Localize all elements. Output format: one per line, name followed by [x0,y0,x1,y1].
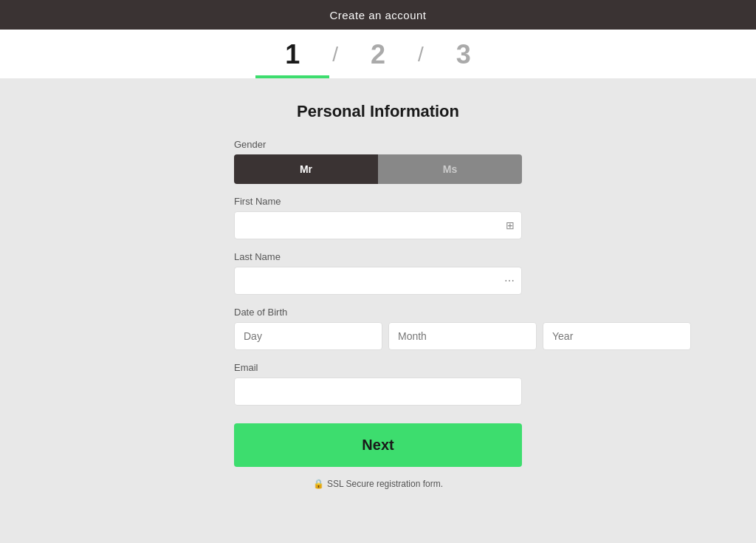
last-name-icon: ⋯ [504,275,515,287]
step-3-wrapper: 3 [427,41,501,78]
first-name-label: First Name [234,196,522,207]
dob-day-input[interactable] [234,322,382,350]
ssl-text-row: 🔒 SSL Secure registration form. [234,479,522,489]
step-1-number: 1 [267,41,317,68]
dob-year-input[interactable] [543,322,691,350]
gender-toggle: Mr Ms [234,154,522,184]
email-input[interactable] [234,378,522,406]
dob-field-group: Date of Birth [234,307,522,350]
step-3-underline [427,75,501,78]
step-2-number: 2 [353,41,403,68]
step-3-number: 3 [439,41,489,68]
section-title: Personal Information [234,102,522,121]
separator-1: / [332,43,338,77]
gender-label: Gender [234,139,522,150]
next-button[interactable]: Next [234,423,522,467]
first-name-input[interactable] [234,211,522,239]
form-card: Personal Information Gender Mr Ms First … [234,102,522,489]
dob-month-input[interactable] [388,322,537,350]
steps-row: 1 / 2 / 3 [0,30,756,78]
email-field-group: Email [234,362,522,406]
first-name-field-group: First Name ⊞ [234,196,522,239]
steps-indicator: 1 / 2 / 3 [0,30,756,78]
step-1-underline [255,75,329,78]
step-2-underline [341,75,415,78]
first-name-input-wrapper: ⊞ [234,211,522,239]
last-name-input-wrapper: ⋯ [234,267,522,295]
first-name-icon: ⊞ [506,219,515,231]
dob-row [234,322,522,350]
gender-ms-button[interactable]: Ms [378,154,522,184]
email-input-wrapper [234,378,522,406]
gender-field-group: Gender Mr Ms [234,139,522,184]
last-name-field-group: Last Name ⋯ [234,251,522,295]
last-name-label: Last Name [234,251,522,262]
gender-mr-button[interactable]: Mr [234,154,378,184]
lock-icon: 🔒 [313,479,324,489]
top-bar: Create an account [0,0,756,30]
separator-2: / [418,43,424,77]
step-2-wrapper: 2 [341,41,415,78]
main-content: Personal Information Gender Mr Ms First … [0,78,756,513]
last-name-input[interactable] [234,267,522,295]
step-1-wrapper: 1 [255,41,329,78]
app-title: Create an account [329,9,426,21]
email-label: Email [234,362,522,373]
ssl-label: SSL Secure registration form. [327,479,443,489]
dob-label: Date of Birth [234,307,522,318]
